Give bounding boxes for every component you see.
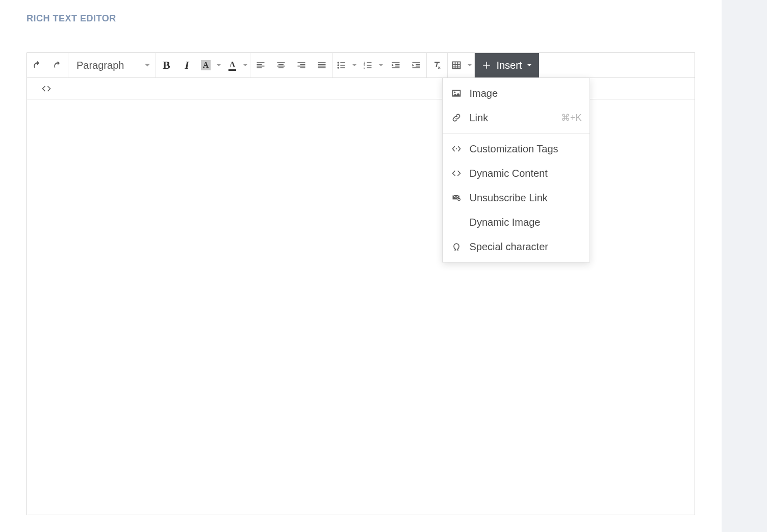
mail-remove-icon [451, 192, 462, 203]
svg-text:3: 3 [364, 66, 365, 69]
align-center-button[interactable] [271, 53, 291, 77]
menu-item-dynamic-content[interactable]: Dynamic Content [443, 161, 590, 185]
plus-icon [482, 61, 491, 70]
code-icon [41, 84, 52, 94]
menu-item-label: Unsubscribe Link [469, 192, 581, 204]
menu-item-label: Special character [469, 241, 581, 253]
menu-item-shortcut: ⌘+K [561, 112, 582, 123]
numbered-list-icon: 123 [363, 60, 373, 70]
svg-point-8 [456, 148, 457, 149]
svg-point-2 [338, 67, 339, 68]
table-icon [451, 60, 462, 70]
outdent-icon [391, 60, 401, 70]
insert-menu: Image Link ⌘+K [442, 77, 590, 262]
source-code-button[interactable] [36, 78, 57, 99]
group-lists: 123 [333, 53, 427, 77]
text-color-button[interactable]: A [223, 53, 250, 77]
menu-item-dynamic-image[interactable]: Dynamic Image [443, 210, 590, 234]
group-format: Paragraph [68, 53, 156, 77]
customization-tags-icon [451, 143, 462, 154]
insert-button[interactable]: Insert [475, 53, 539, 77]
align-right-icon [296, 60, 306, 70]
outdent-button[interactable] [386, 53, 406, 77]
redo-button[interactable] [47, 53, 68, 77]
background-color-icon: A [201, 60, 211, 70]
editor-container: Paragraph B I A A [27, 52, 695, 515]
numbered-list-button[interactable]: 123 [359, 53, 386, 77]
group-history [27, 53, 68, 77]
code-icon [451, 168, 462, 179]
undo-icon [32, 60, 42, 70]
editor-content-area[interactable] [27, 99, 695, 515]
align-center-icon [276, 60, 286, 70]
bold-button[interactable]: B [156, 53, 176, 77]
menu-item-label: Image [469, 88, 581, 99]
svg-point-7 [454, 92, 456, 93]
align-right-button[interactable] [291, 53, 312, 77]
italic-button[interactable]: I [176, 53, 197, 77]
menu-item-image[interactable]: Image [443, 81, 590, 105]
caret-down-icon [378, 63, 384, 68]
caret-down-icon [352, 63, 357, 68]
group-clear [427, 53, 448, 77]
align-left-icon [255, 60, 266, 70]
caret-down-icon [243, 63, 248, 68]
undo-button[interactable] [27, 53, 47, 77]
caret-down-icon [467, 63, 472, 68]
bold-icon: B [163, 59, 170, 72]
clear-formatting-button[interactable] [427, 53, 447, 77]
link-icon [451, 112, 462, 123]
bullet-list-icon [336, 60, 346, 70]
bullet-list-button[interactable] [333, 53, 359, 77]
group-alignment [250, 53, 333, 77]
caret-down-icon [216, 63, 221, 68]
rich-text-editor-panel: RICH TEXT EDITOR Paragraph [0, 0, 722, 532]
format-dropdown-label: Paragraph [76, 60, 124, 71]
menu-item-special-character[interactable]: Special character [443, 234, 590, 259]
insert-menu-group-2: Customization Tags Dynamic Content [443, 134, 590, 262]
svg-point-1 [338, 64, 339, 66]
text-color-icon: A [228, 60, 237, 71]
indent-button[interactable] [406, 53, 426, 77]
menu-item-label: Customization Tags [469, 143, 581, 155]
background-color-button[interactable]: A [197, 53, 223, 77]
menu-item-unsubscribe-link[interactable]: Unsubscribe Link [443, 185, 590, 210]
menu-item-label: Dynamic Content [469, 168, 581, 179]
align-justify-icon [317, 60, 327, 70]
caret-down-icon [144, 62, 150, 68]
omega-icon [451, 241, 462, 252]
indent-icon [411, 60, 421, 70]
group-font-style: B I A A [156, 53, 250, 77]
insert-button-label: Insert [496, 60, 522, 71]
menu-item-customization-tags[interactable]: Customization Tags [443, 137, 590, 161]
clear-formatting-icon [432, 60, 442, 70]
redo-icon [53, 60, 63, 70]
menu-item-label: Dynamic Image [469, 217, 581, 228]
menu-item-link[interactable]: Link ⌘+K [443, 105, 590, 130]
section-title: RICH TEXT EDITOR [0, 0, 722, 24]
align-left-button[interactable] [250, 53, 271, 77]
group-insert: Insert Image [475, 53, 539, 77]
format-dropdown[interactable]: Paragraph [68, 53, 156, 77]
toolbar-row-2 [27, 78, 695, 99]
image-icon [451, 88, 462, 99]
italic-icon: I [185, 59, 189, 72]
svg-point-0 [338, 62, 339, 63]
align-justify-button[interactable] [312, 53, 332, 77]
group-table [448, 53, 475, 77]
toolbar-row-1: Paragraph B I A A [27, 53, 695, 78]
insert-menu-group-1: Image Link ⌘+K [443, 78, 590, 133]
menu-item-label: Link [469, 112, 553, 124]
caret-down-icon [527, 63, 532, 68]
table-button[interactable] [448, 53, 474, 77]
blank-icon [451, 217, 462, 228]
